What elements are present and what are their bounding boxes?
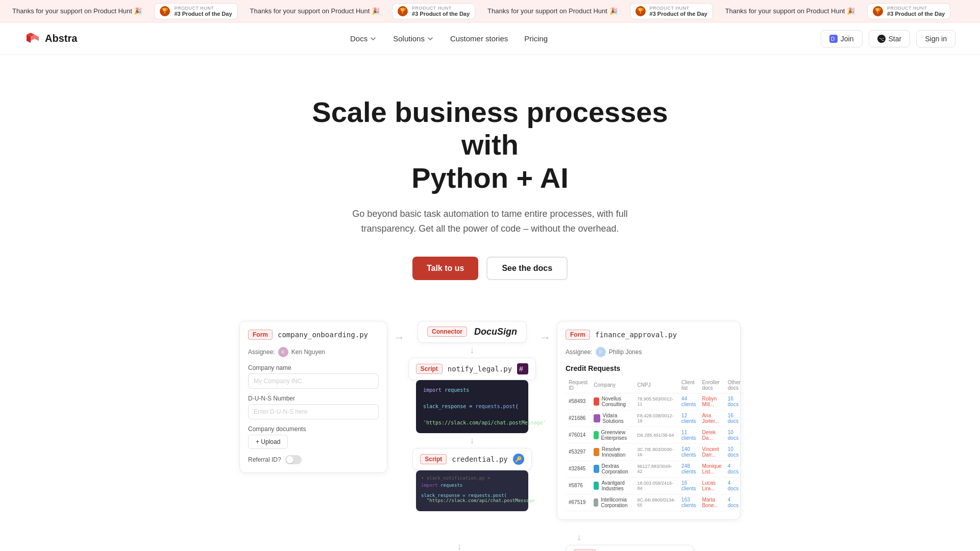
table-row: #21686 Vidara Solutions F8.428.038/0012-…: [566, 410, 744, 427]
col-company: Company: [591, 378, 634, 393]
notify-legal-script-card: Script notify_legal.py #: [408, 358, 536, 380]
connector-tag: Connector: [427, 327, 467, 337]
flow-middle-column: Connector DocuSign ↓ Script notify_legal…: [411, 321, 533, 511]
slack-icon: #: [517, 363, 528, 374]
announcement-bar: Thanks for your support on Product Hunt …: [0, 0, 980, 22]
signin-button[interactable]: Sign in: [916, 30, 955, 47]
navbar-nav: Docs Solutions Customer stories Pricing: [344, 30, 554, 47]
finance-filename: finance_approval.py: [595, 331, 677, 339]
ph-icon-4: 🏆: [873, 6, 883, 16]
company-name-input[interactable]: My Company INC: [248, 373, 379, 389]
assignee-row-2: Assignee: P Philip Jones: [566, 347, 732, 357]
col-other: Other docs: [725, 378, 744, 393]
nav-solutions[interactable]: Solutions: [387, 30, 440, 47]
svg-text:#: #: [519, 365, 523, 373]
avatar-philip: P: [596, 347, 606, 357]
nav-customer-stories[interactable]: Customer stories: [444, 30, 514, 47]
table-title: Credit Requests: [566, 364, 732, 372]
announcement-text-4: Thanks for your support on Product Hunt …: [713, 7, 867, 15]
avatar-ken: K: [278, 347, 288, 357]
announcement-text-2: Thanks for your support on Product Hunt …: [238, 7, 392, 15]
github-icon: ⌥: [877, 35, 886, 43]
ph-icon-1: 🏆: [160, 6, 170, 16]
table-row: #32845 Dextras Corporation 96127.883/304…: [566, 460, 744, 477]
product-hunt-badge-3[interactable]: 🏆 PRODUCT HUNT #3 Product of the Day: [630, 3, 713, 19]
credential-filename: credential.py: [452, 455, 508, 463]
contract-approval-card: Form contract_approval.py: [566, 545, 694, 551]
announcement-text-3: Thanks for your support on Product Hunt …: [475, 7, 629, 15]
arrow-2: [533, 321, 557, 344]
logo[interactable]: Abstra: [24, 31, 77, 47]
hero-title: Scale business processes with Python + A…: [285, 96, 695, 194]
connector-docusign-card: Connector DocuSign: [418, 321, 527, 343]
flow-section: Form company_onboarding.py Assignee: K K…: [0, 311, 980, 540]
svg-text:🔑: 🔑: [515, 456, 522, 463]
hero-section: Scale business processes with Python + A…: [260, 55, 720, 311]
credential-icon: 🔑: [513, 454, 524, 465]
col-request-id: Request ID: [566, 378, 591, 393]
talk-to-us-button[interactable]: Talk to us: [412, 257, 479, 280]
product-hunt-badge-1[interactable]: 🏆 PRODUCT HUNT #3 Product of the Day: [154, 3, 237, 19]
product-hunt-badge-2[interactable]: 🏆 PRODUCT HUNT #3 Product of the Day: [392, 3, 475, 19]
duns-input[interactable]: Enter D-U-N-S here: [248, 404, 379, 419]
upload-button[interactable]: + Upload: [248, 435, 288, 449]
col-clients: Client list: [678, 378, 699, 393]
company-name-field: Company name My Company INC: [248, 364, 379, 389]
col-enroller: Enroller docs: [699, 378, 724, 393]
chevron-down-icon-2: [427, 35, 434, 42]
see-docs-button[interactable]: See the docs: [486, 257, 568, 280]
svg-text:D: D: [831, 36, 835, 42]
docusign-logo: DocuSign: [474, 327, 517, 337]
form-tag-2: Form: [566, 330, 590, 340]
hero-subtitle: Go beyond basic task automation to tame …: [332, 207, 648, 236]
table-row: #53297 Resolve Innovation 3C.7IE.803/003…: [566, 443, 744, 460]
table-row: #76014 Greenview Enterprises D6.285.491/…: [566, 427, 744, 443]
onboarding-filename: company_onboarding.py: [278, 331, 368, 339]
ph-icon-3: 🏆: [635, 6, 646, 16]
col-cnpj: CNPJ: [634, 378, 679, 393]
finance-approval-card: Form finance_approval.py Assignee: P Phi…: [557, 321, 741, 520]
vertical-arrow-3: ↓: [457, 539, 462, 551]
logo-text: Abstra: [45, 33, 77, 44]
referral-toggle[interactable]: [285, 455, 302, 464]
referral-toggle-row: Referral ID?: [248, 455, 379, 464]
arrow-1: [387, 321, 411, 344]
hero-buttons: Talk to us See the docs: [285, 257, 695, 280]
onboarding-form-card: Form company_onboarding.py Assignee: K K…: [239, 321, 387, 473]
table-row: #5876 Avantgard Industries 18.003.058/24…: [566, 477, 744, 494]
table-row: #67519 Intellicornia Corporation 8C.44I.…: [566, 494, 744, 511]
logo-icon: [24, 31, 41, 47]
nav-pricing[interactable]: Pricing: [518, 30, 554, 47]
credential-script-card: Script credential.py 🔑: [412, 448, 532, 470]
script-tag-2: Script: [420, 454, 447, 464]
product-hunt-badge-4[interactable]: 🏆 PRODUCT HUNT #3 Product of the Day: [867, 3, 950, 19]
discord-icon: D: [829, 35, 838, 43]
credit-requests-table: Request ID Company CNPJ Client list Enro…: [566, 378, 744, 511]
navbar: Abstra Docs Solutions Customer stories P…: [0, 22, 980, 55]
vertical-arrow-2: ↓: [470, 433, 475, 448]
script-tag-1: Script: [416, 364, 443, 374]
announcement-text-1: Thanks for your support on Product Hunt …: [0, 7, 154, 15]
table-row: #58493 Novellus Consulting 78.905.583/00…: [566, 393, 744, 410]
notify-legal-filename: notify_legal.py: [448, 365, 512, 373]
svg-text:⌥: ⌥: [879, 37, 884, 42]
form-tag-1: Form: [248, 330, 273, 340]
dark-code-block: • slack_notification.py × import request…: [416, 470, 528, 511]
nav-docs[interactable]: Docs: [344, 30, 383, 47]
ph-icon-2: 🏆: [398, 6, 408, 16]
star-button[interactable]: ⌥ Star: [869, 30, 911, 47]
vertical-arrow-1: ↓: [470, 343, 475, 358]
chevron-down-icon: [370, 35, 377, 42]
join-button[interactable]: D Join: [821, 30, 863, 47]
documents-field: Company documents + Upload: [248, 425, 379, 449]
assignee-row-1: Assignee: K Ken Nguyen: [248, 347, 379, 357]
code-block-1: import requests slack_response = request…: [416, 380, 528, 433]
duns-field: D-U-N-S Number Enter D-U-N-S here: [248, 395, 379, 419]
navbar-actions: D Join ⌥ Star Sign in: [821, 30, 955, 47]
